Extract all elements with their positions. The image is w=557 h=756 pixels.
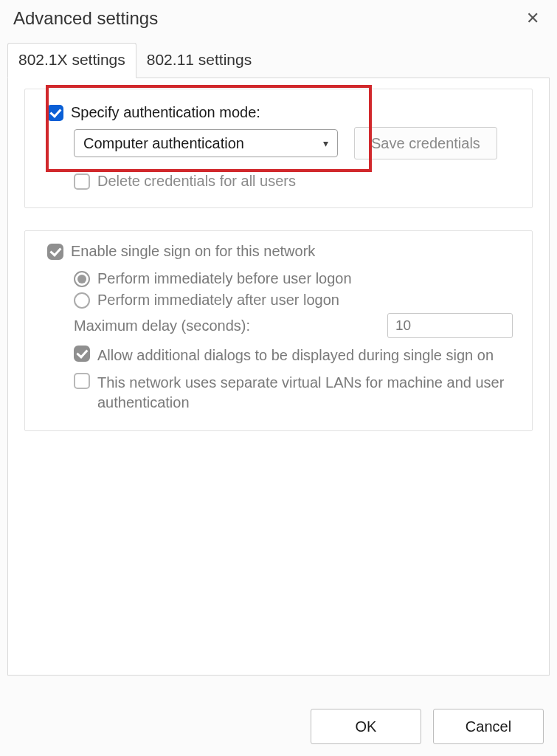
enable-sso-checkbox[interactable] bbox=[47, 244, 63, 260]
max-delay-label: Maximum delay (seconds): bbox=[74, 317, 250, 334]
chevron-down-icon: ▾ bbox=[323, 137, 328, 149]
tab-panel-8021x: Specify authentication mode: Computer au… bbox=[7, 78, 550, 676]
tab-80211-settings[interactable]: 802.11 settings bbox=[136, 44, 262, 78]
max-delay-input[interactable] bbox=[388, 314, 513, 337]
delete-credentials-label: Delete credentials for all users bbox=[97, 173, 296, 190]
radio-after-logon[interactable] bbox=[74, 292, 90, 309]
delete-credentials-checkbox[interactable] bbox=[74, 173, 90, 190]
ok-button[interactable]: OK bbox=[311, 709, 421, 744]
auth-mode-group: Specify authentication mode: Computer au… bbox=[24, 89, 533, 208]
cancel-button[interactable]: Cancel bbox=[433, 709, 544, 744]
sso-group: Enable single sign on for this network P… bbox=[24, 230, 533, 431]
tab-strip: 802.1X settings 802.11 settings bbox=[0, 43, 557, 78]
tab-8021x-settings[interactable]: 802.1X settings bbox=[7, 43, 136, 78]
dialog-footer: OK Cancel bbox=[297, 697, 557, 756]
close-icon[interactable]: ✕ bbox=[522, 7, 544, 30]
radio-after-logon-label: Perform immediately after user logon bbox=[97, 292, 339, 309]
save-credentials-button[interactable]: Save credentials bbox=[354, 127, 497, 159]
max-delay-spinner[interactable]: ▲ ▼ bbox=[387, 313, 513, 338]
auth-mode-selected-value: Computer authentication bbox=[83, 135, 244, 152]
allow-additional-dialogs-checkbox[interactable] bbox=[74, 346, 90, 362]
radio-before-logon[interactable] bbox=[74, 271, 90, 287]
separate-vlan-checkbox[interactable] bbox=[74, 373, 90, 389]
window-title: Advanced settings bbox=[13, 8, 158, 29]
specify-auth-mode-checkbox[interactable] bbox=[47, 105, 63, 121]
specify-auth-mode-label: Specify authentication mode: bbox=[71, 104, 260, 121]
enable-sso-label: Enable single sign on for this network bbox=[71, 243, 315, 260]
radio-before-logon-label: Perform immediately before user logon bbox=[97, 270, 352, 287]
separate-vlan-label: This network uses separate virtual LANs … bbox=[97, 373, 517, 413]
auth-mode-select[interactable]: Computer authentication ▾ bbox=[74, 129, 338, 157]
allow-additional-dialogs-label: Allow additional dialogs to be displayed… bbox=[97, 346, 517, 365]
